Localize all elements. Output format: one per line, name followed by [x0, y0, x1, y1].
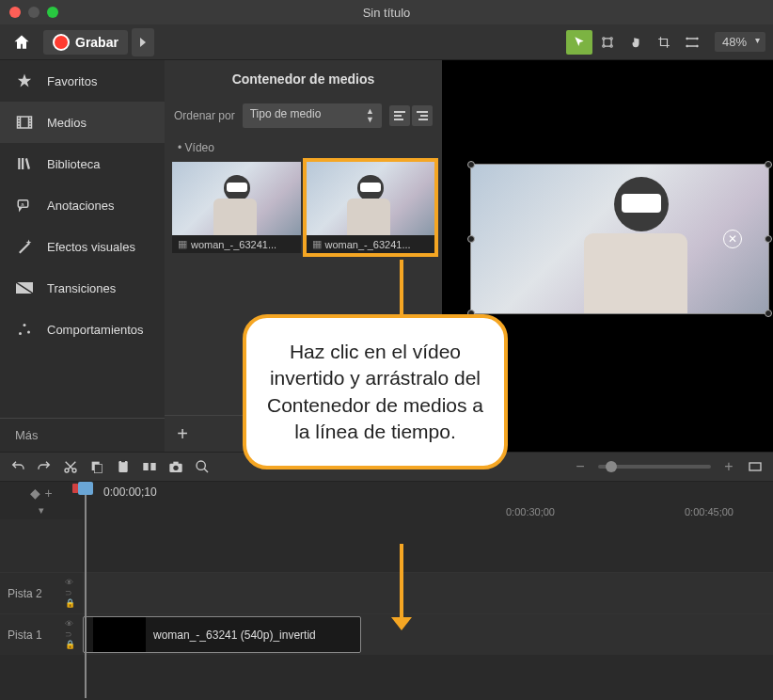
marker-collapse-button[interactable]: ▾: [39, 504, 44, 517]
svg-rect-11: [394, 111, 405, 113]
sidebar-item-behaviors[interactable]: Comportamientos: [0, 309, 165, 350]
sidebar-item-favorites[interactable]: Favoritos: [0, 60, 165, 102]
svg-point-26: [173, 466, 178, 470]
paste-icon: [116, 459, 131, 474]
playhead[interactable]: [85, 482, 87, 698]
cursor-tool-button[interactable]: [566, 30, 592, 55]
dropdown-arrows-icon: ▲▼: [366, 107, 374, 124]
marker-add-button[interactable]: ◆ +: [30, 485, 52, 501]
zoom-slider-in[interactable]: +: [720, 458, 737, 475]
remove-icon[interactable]: ✕: [723, 230, 742, 248]
svg-rect-24: [150, 463, 155, 470]
sidebar-item-label: Favoritos: [47, 74, 97, 88]
copy-button[interactable]: [88, 458, 105, 475]
cut-button[interactable]: [62, 458, 79, 475]
track-toggles[interactable]: 👁⊃🔒: [65, 579, 75, 608]
timeline-ruler[interactable]: 0:00:00;10 0:00:30;00 0:00:45;00: [83, 482, 773, 519]
paste-button[interactable]: [115, 458, 132, 475]
sidebar-item-label: Comportamientos: [47, 323, 144, 337]
undo-button[interactable]: [9, 458, 26, 475]
media-category: • Vídeo: [165, 134, 442, 158]
canvas-selection-frame[interactable]: ✕: [470, 164, 769, 314]
snapshot-button[interactable]: [167, 458, 184, 475]
resize-handle[interactable]: [765, 161, 772, 168]
lock-icon[interactable]: 🔒: [65, 641, 75, 649]
view-grid-button[interactable]: [389, 105, 410, 126]
clip-label: woman_-_63241 (540p)_invertid: [153, 628, 316, 642]
record-label: Grabar: [75, 35, 118, 50]
sidebar-more[interactable]: Más: [0, 418, 165, 452]
zoom-button[interactable]: [194, 458, 211, 475]
thumbnail-image: [307, 162, 435, 235]
track-toggles[interactable]: 👁⊃🔒: [65, 620, 75, 649]
crop-tool-button[interactable]: [651, 30, 677, 55]
ruler-label: 0:00:45;00: [685, 506, 734, 517]
lock-icon[interactable]: 🔒: [65, 599, 75, 608]
svg-point-0: [603, 37, 605, 39]
zoom-dropdown[interactable]: 48%: [715, 32, 765, 52]
redo-icon: [37, 459, 52, 474]
media-thumbnail[interactable]: woman_-_63241...: [172, 162, 301, 253]
resize-handle[interactable]: [765, 310, 772, 317]
resize-handle[interactable]: [467, 161, 475, 168]
eye-icon[interactable]: 👁: [65, 579, 75, 587]
timeline-controls: ◆ + ▾: [0, 482, 83, 519]
thumbnail-image: [172, 162, 301, 235]
sidebar-item-transitions[interactable]: Transiciones: [0, 267, 165, 309]
sort-value: Tipo de medio: [250, 107, 322, 124]
maximize-window-button[interactable]: [47, 7, 58, 18]
sort-dropdown[interactable]: Tipo de medio ▲▼: [243, 103, 382, 128]
magnet-icon[interactable]: ⊃: [65, 630, 75, 639]
track-lane[interactable]: woman_-_63241 (540p)_invertid: [83, 614, 773, 655]
close-window-button[interactable]: [9, 7, 21, 18]
callout-connector: [400, 260, 403, 316]
hand-icon: [629, 36, 642, 49]
svg-text:a: a: [21, 201, 24, 207]
fit-button[interactable]: [747, 458, 764, 475]
zoom-slider-out[interactable]: −: [572, 458, 589, 475]
resize-icon: [685, 36, 700, 49]
redo-button[interactable]: [36, 458, 53, 475]
record-menu-button[interactable]: [132, 28, 154, 56]
hand-tool-button[interactable]: [623, 30, 649, 55]
sidebar-item-label: Medios: [47, 116, 87, 130]
track-header[interactable]: Pista 1 👁⊃🔒: [0, 614, 83, 655]
sidebar-item-annotations[interactable]: a Anotaciones: [0, 184, 165, 226]
selection-icon: [601, 36, 614, 49]
sidebar-item-label: Transiciones: [47, 281, 116, 295]
resize-handle[interactable]: [467, 235, 475, 243]
magnet-icon[interactable]: ⊃: [65, 589, 75, 597]
sidebar-item-effects[interactable]: Efectos visuales: [0, 226, 165, 267]
media-thumbnail-highlighted[interactable]: woman_-_63241...: [307, 162, 435, 253]
resize-tool-button[interactable]: [679, 30, 705, 55]
svg-point-1: [610, 37, 612, 39]
split-button[interactable]: [141, 458, 158, 475]
zoom-slider[interactable]: [598, 465, 711, 469]
select-tool-button[interactable]: [594, 30, 621, 55]
svg-rect-12: [394, 115, 402, 117]
svg-rect-14: [417, 111, 428, 113]
minimize-window-button[interactable]: [28, 7, 39, 18]
window-title: Sin título: [363, 6, 411, 20]
callout-arrow-icon: [391, 617, 412, 630]
track-lane[interactable]: [83, 573, 773, 613]
view-list-button[interactable]: [412, 105, 433, 126]
resize-handle[interactable]: [765, 235, 772, 243]
record-button[interactable]: Grabar: [43, 30, 128, 55]
playhead-handle[interactable]: [78, 482, 93, 495]
timeline-clip[interactable]: woman_-_63241 (540p)_invertid: [83, 616, 361, 653]
home-button[interactable]: [8, 28, 36, 56]
svg-point-8: [19, 332, 22, 335]
track-header[interactable]: Pista 2 👁⊃🔒: [0, 573, 83, 613]
split-icon: [142, 459, 157, 474]
titlebar: Sin título: [0, 0, 773, 24]
slider-thumb[interactable]: [606, 461, 617, 472]
sidebar-item-library[interactable]: Biblioteca: [0, 143, 165, 184]
library-icon: [15, 154, 34, 173]
add-media-button[interactable]: +: [168, 420, 197, 448]
eye-icon[interactable]: 👁: [65, 620, 75, 628]
sidebar-item-media[interactable]: Medios: [0, 102, 165, 143]
zoom-value: 48%: [722, 35, 747, 49]
media-bin-header: Contenedor de medios: [165, 60, 442, 98]
canvas-video-preview: ✕: [471, 165, 768, 313]
